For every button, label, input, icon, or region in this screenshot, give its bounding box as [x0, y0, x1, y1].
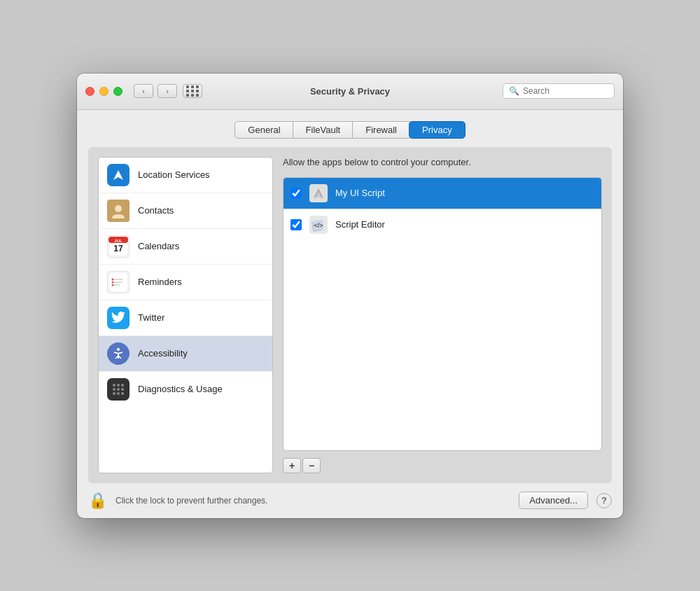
sidebar: Location Services Contacts — [98, 157, 273, 473]
list-actions: + − — [283, 458, 602, 473]
sidebar-item-twitter[interactable]: Twitter — [99, 300, 272, 336]
sidebar-item-calendars[interactable]: JUL 17 Calendars — [99, 229, 272, 265]
svg-point-27 — [117, 392, 120, 395]
app-row-script-editor[interactable]: </> Script Editor — [284, 209, 601, 240]
add-app-button[interactable]: + — [283, 458, 301, 473]
lock-text: Click the lock to prevent further change… — [115, 496, 510, 506]
svg-point-2 — [115, 205, 122, 212]
tab-firewall[interactable]: Firewall — [352, 121, 410, 139]
sidebar-label-accessibility: Accessibility — [138, 348, 188, 359]
svg-point-15 — [117, 348, 120, 351]
app-name-script-editor: Script Editor — [335, 219, 385, 230]
traffic-lights — [85, 87, 122, 96]
sidebar-label-calendars: Calendars — [138, 241, 179, 251]
remove-app-button[interactable]: − — [302, 458, 321, 473]
diagnostics-icon — [107, 378, 130, 401]
grid-button[interactable] — [183, 84, 202, 98]
location-services-icon — [107, 164, 130, 186]
minimize-button[interactable] — [99, 87, 108, 96]
svg-point-24 — [117, 388, 120, 391]
app-name-my-ui-script: My UI Script — [335, 188, 385, 198]
svg-point-22 — [121, 384, 124, 387]
bottom-bar: 🔒 Click the lock to prevent further chan… — [77, 483, 623, 518]
panel-description: Allow the apps below to control your com… — [283, 157, 602, 167]
lock-icon[interactable]: 🔒 — [88, 492, 107, 510]
sidebar-label-diagnostics: Diagnostics & Usage — [138, 384, 223, 394]
search-icon: 🔍 — [509, 86, 519, 96]
svg-point-21 — [117, 384, 120, 387]
search-box[interactable]: 🔍 — [503, 83, 615, 99]
tab-filevault[interactable]: FileVault — [293, 121, 354, 139]
help-button[interactable]: ? — [596, 493, 612, 508]
svg-point-13 — [112, 284, 114, 286]
app-checkbox-my-ui-script[interactable] — [290, 188, 302, 199]
nav-buttons: ‹ › — [134, 84, 177, 98]
app-icon-script-editor: </> — [309, 215, 328, 235]
twitter-icon — [107, 307, 130, 329]
sidebar-label-contacts: Contacts — [138, 205, 174, 216]
tab-privacy[interactable]: Privacy — [409, 121, 465, 139]
sidebar-label-twitter: Twitter — [138, 312, 164, 323]
sidebar-label-location-services: Location Services — [138, 169, 210, 180]
app-checkbox-script-editor[interactable] — [290, 219, 302, 230]
svg-text:JUL: JUL — [114, 238, 122, 242]
sidebar-item-contacts[interactable]: Contacts — [99, 193, 272, 229]
main-window: ‹ › Security & Privacy 🔍 General FileVau… — [77, 74, 623, 518]
svg-text:17: 17 — [113, 244, 123, 253]
main-panel: Allow the apps below to control your com… — [283, 157, 602, 473]
back-button[interactable]: ‹ — [134, 84, 153, 98]
svg-point-20 — [113, 384, 115, 387]
sidebar-item-reminders[interactable]: Reminders — [99, 265, 272, 300]
tabs-row: General FileVault Firewall Privacy — [77, 110, 623, 147]
svg-point-12 — [112, 281, 114, 283]
advanced-button[interactable]: Advanced... — [519, 492, 588, 509]
reminders-icon — [107, 271, 130, 293]
app-row-my-ui-script[interactable]: My UI Script — [284, 178, 601, 209]
svg-marker-0 — [113, 170, 123, 180]
content-area: Location Services Contacts — [88, 147, 612, 483]
sidebar-item-diagnostics[interactable]: Diagnostics & Usage — [99, 372, 272, 407]
svg-point-26 — [113, 392, 115, 395]
svg-text:</>: </> — [314, 222, 323, 229]
svg-point-11 — [112, 278, 114, 280]
sidebar-label-reminders: Reminders — [138, 277, 182, 287]
sidebar-item-location-services[interactable]: Location Services — [99, 158, 272, 193]
calendars-icon: JUL 17 — [107, 235, 130, 258]
search-input[interactable] — [523, 86, 608, 96]
tab-general[interactable]: General — [234, 121, 293, 139]
accessibility-icon — [107, 342, 130, 365]
app-icon-my-ui-script — [309, 183, 328, 203]
maximize-button[interactable] — [113, 87, 122, 96]
svg-point-28 — [121, 392, 124, 395]
forward-button[interactable]: › — [158, 84, 177, 98]
close-button[interactable] — [85, 87, 94, 96]
contacts-icon — [107, 200, 130, 222]
svg-point-23 — [113, 388, 115, 391]
apps-list: My UI Script </> Script Editor — [283, 177, 602, 451]
sidebar-item-accessibility[interactable]: Accessibility — [99, 336, 272, 372]
svg-point-25 — [121, 388, 124, 391]
titlebar: ‹ › Security & Privacy 🔍 — [77, 74, 623, 110]
window-title: Security & Privacy — [310, 86, 390, 97]
